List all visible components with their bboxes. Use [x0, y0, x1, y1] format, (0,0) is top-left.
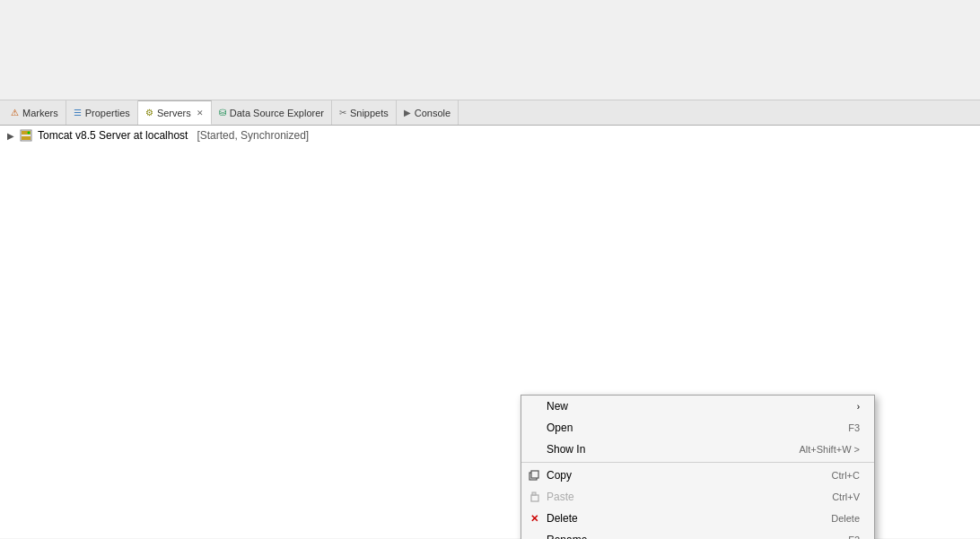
menu-copy-shortcut: Ctrl+C — [832, 470, 860, 481]
server-panel: ▶ Tomcat v8.5 Server at localhost [Start… — [0, 126, 980, 538]
menu-paste-shortcut: Ctrl+V — [832, 491, 860, 502]
tab-console-label: Console — [415, 108, 451, 118]
server-name: Tomcat v8.5 Server at localhost — [38, 129, 188, 142]
menu-open-shortcut: F3 — [848, 422, 860, 433]
tab-servers-label: Servers — [157, 108, 191, 118]
tab-datasource-label: Data Source Explorer — [230, 108, 324, 118]
menu-new-arrow: › — [857, 402, 860, 412]
paste-icon — [527, 490, 541, 504]
server-status: [Started, Synchronized] — [197, 129, 309, 142]
menu-rename-label: Rename — [547, 534, 587, 539]
tab-snippets[interactable]: ✂ Snippets — [332, 100, 397, 125]
menu-new-label: New — [547, 400, 568, 413]
tab-snippets-label: Snippets — [350, 108, 389, 118]
tab-properties-label: Properties — [85, 108, 130, 118]
delete-icon: ✕ — [527, 511, 541, 526]
menu-item-new[interactable]: New › — [521, 396, 874, 417]
tab-console[interactable]: ▶ Console — [397, 100, 459, 125]
menu-paste-label: Paste — [547, 491, 574, 503]
tab-datasource[interactable]: ⛁ Data Source Explorer — [212, 100, 332, 125]
menu-item-copy[interactable]: Copy Ctrl+C — [521, 465, 874, 486]
tab-servers[interactable]: ⚙ Servers ✕ — [138, 100, 212, 125]
server-list-item[interactable]: ▶ Tomcat v8.5 Server at localhost [Start… — [0, 126, 980, 145]
server-item-icon — [20, 129, 32, 142]
copy-icon — [527, 468, 541, 482]
markers-icon: ⚠ — [11, 108, 19, 117]
menu-item-rename[interactable]: Rename F2 — [521, 529, 874, 539]
menu-open-label: Open — [547, 422, 573, 434]
expand-arrow: ▶ — [7, 131, 14, 141]
menu-item-open[interactable]: Open F3 — [521, 417, 874, 439]
tab-markers-label: Markers — [22, 108, 58, 118]
tab-bar: ⚠ Markers ☰ Properties ⚙ Servers ✕ ⛁ Dat… — [0, 100, 980, 126]
servers-icon: ⚙ — [145, 108, 153, 117]
menu-item-show-in[interactable]: Show In Alt+Shift+W > — [521, 439, 874, 460]
svg-point-3 — [28, 132, 31, 135]
menu-item-delete[interactable]: ✕ Delete Delete — [521, 508, 874, 529]
console-icon: ▶ — [404, 108, 411, 117]
svg-rect-6 — [531, 495, 538, 501]
tab-markers[interactable]: ⚠ Markers — [4, 100, 66, 125]
menu-item-paste: Paste Ctrl+V — [521, 486, 874, 508]
snippets-icon: ✂ — [339, 108, 346, 117]
datasource-icon: ⛁ — [219, 108, 226, 117]
menu-showin-label: Show In — [547, 443, 585, 456]
menu-showin-shortcut: Alt+Shift+W > — [799, 444, 860, 455]
menu-rename-shortcut: F2 — [848, 535, 860, 539]
top-workspace-area — [0, 0, 980, 100]
context-menu: New › Open F3 Show In Alt+Shift+W > Copy… — [521, 395, 875, 539]
properties-icon: ☰ — [74, 108, 82, 117]
menu-separator-1 — [521, 462, 874, 463]
svg-rect-2 — [22, 136, 31, 140]
menu-delete-shortcut: Delete — [831, 513, 860, 524]
svg-rect-5 — [531, 471, 538, 478]
tab-properties[interactable]: ☰ Properties — [66, 100, 138, 125]
svg-rect-7 — [532, 492, 536, 495]
menu-delete-label: Delete — [547, 512, 578, 525]
tab-servers-close[interactable]: ✕ — [197, 109, 204, 117]
menu-copy-label: Copy — [547, 469, 572, 482]
